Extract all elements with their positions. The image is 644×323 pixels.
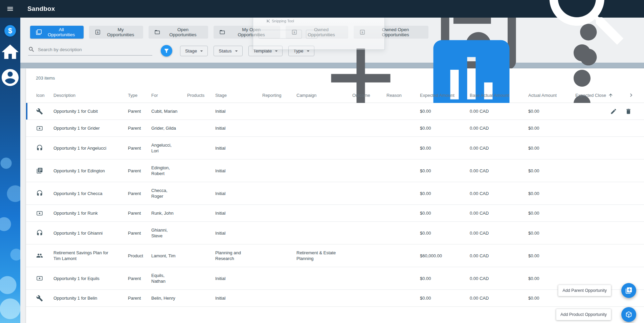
column-header-base-actual-amount[interactable]: Base Actual Amount xyxy=(470,92,528,98)
cell-description: Opportunity 1 for Checca xyxy=(53,185,128,202)
cell-campaign xyxy=(296,188,352,199)
cell-outcome xyxy=(352,293,386,304)
table-row[interactable]: Opportunity 1 for CheccaParentChecca, Ro… xyxy=(26,182,644,205)
cell-actual-amount: $0.00 xyxy=(528,120,575,136)
edit-row-button[interactable] xyxy=(610,108,617,115)
cell-products xyxy=(187,143,215,153)
grid-body: Opportunity 1 for CubitParentCubit, Mari… xyxy=(26,103,644,307)
cell-base-actual-amount: 0.00 CAD xyxy=(470,225,528,241)
menu-button[interactable] xyxy=(0,5,20,13)
cell-campaign xyxy=(296,273,352,284)
cell-stage: Initial xyxy=(215,185,262,202)
hamburger-icon xyxy=(6,5,14,13)
tooltip-add-parent-opportunity: Add Parent Opportunity xyxy=(558,285,611,296)
table-row[interactable]: Opportunity 1 for CubitParentCubit, Mari… xyxy=(26,103,644,120)
cell-reason xyxy=(386,106,420,117)
cell-base-actual-amount: 0.00 CAD xyxy=(470,120,528,136)
column-header-actual-amount[interactable]: Actual Amount xyxy=(528,92,575,98)
filter-dropdowns: StageStatusTemplateType xyxy=(180,46,314,56)
search-input[interactable] xyxy=(38,47,152,52)
column-header-for[interactable]: For xyxy=(151,92,187,98)
table-row[interactable]: Opportunity 1 for EquilsParentEquils, Na… xyxy=(26,267,644,290)
headset-icon xyxy=(36,145,43,151)
cell-description: Opportunity 1 for Grider xyxy=(53,120,128,136)
table-row[interactable]: Opportunity 1 for GriderParentGrider, Gi… xyxy=(26,120,644,137)
dropdown-label: Type xyxy=(293,48,303,53)
cell-stage: Initial xyxy=(215,290,262,306)
column-header-description[interactable]: Description xyxy=(53,92,128,98)
cell-base-actual-amount: 0.00 CAD xyxy=(470,270,528,287)
cell-campaign xyxy=(296,106,352,117)
cell-base-actual-amount: 0.00 CAD xyxy=(470,163,528,179)
cell-for: Checca, Roger xyxy=(151,182,187,204)
table-row[interactable]: Opportunity 1 for RunkParentRunk, JohnIn… xyxy=(26,205,644,222)
cell-expected-amount: $0.00 xyxy=(420,163,470,179)
column-header-campaign[interactable]: Campaign xyxy=(296,92,352,98)
cell-reason xyxy=(386,188,420,199)
add-parent-opportunity-button[interactable] xyxy=(621,283,636,298)
table-row[interactable]: Opportunity 1 for GhianniParentGhianni, … xyxy=(26,222,644,244)
cell-reporting xyxy=(262,208,296,219)
cell-expected-close xyxy=(575,165,623,176)
cell-reporting xyxy=(262,293,296,304)
wrench-icon xyxy=(36,108,43,115)
view-tab-my-opportunities[interactable]: $My Opportunities xyxy=(89,26,143,39)
cell-reason xyxy=(386,250,420,261)
column-header-reporting[interactable]: Reporting xyxy=(262,92,296,98)
cell-description: Retirement Savings Plan for Tim Lamont xyxy=(53,244,128,267)
global-search-button[interactable] xyxy=(537,0,638,60)
template-filter-dropdown[interactable]: Template xyxy=(248,46,283,56)
delete-row-button[interactable] xyxy=(625,108,632,115)
sidebar-item-profile[interactable] xyxy=(0,67,20,88)
cell-type: Parent xyxy=(128,290,151,306)
cell-base-actual-amount: 0.00 CAD xyxy=(470,290,528,306)
table-row[interactable]: Opportunity 1 for AngelucciParentAngeluc… xyxy=(26,137,644,159)
cell-for: Lamont, Tim xyxy=(151,247,187,264)
add-parent-icon xyxy=(625,287,632,294)
chevron-right-icon xyxy=(628,92,635,99)
column-header-products[interactable]: Products xyxy=(187,92,215,98)
sidebar-item-opportunities[interactable]: $ xyxy=(4,25,16,37)
table-row[interactable]: Retirement Savings Plan for Tim LamontPr… xyxy=(26,244,644,267)
filter-button[interactable] xyxy=(161,45,172,57)
row-actions xyxy=(610,108,632,115)
column-header-stage[interactable]: Stage xyxy=(215,92,262,98)
topbar: Sandbox xyxy=(0,0,644,18)
cell-base-actual-amount: 0.00 CAD xyxy=(470,185,528,202)
opportunities-grid: 203 items IconDescriptionTypeForProducts… xyxy=(26,68,644,323)
dollar-box-icon: $ xyxy=(291,29,297,35)
cell-type: Product xyxy=(128,247,151,264)
column-header-type[interactable]: Type xyxy=(128,92,151,98)
cell-products xyxy=(187,293,215,304)
column-header-icon[interactable]: Icon xyxy=(36,92,53,98)
cell-expected-close xyxy=(575,123,623,134)
cell-campaign xyxy=(296,123,352,134)
cell-reporting xyxy=(262,250,296,261)
status-filter-dropdown[interactable]: Status xyxy=(214,46,242,56)
scroll-columns-right-button[interactable] xyxy=(623,92,644,99)
column-header-expected-amount[interactable]: Expected Amount xyxy=(420,92,470,98)
view-tab-my-open-opportunities[interactable]: My Open Opportunities xyxy=(214,26,280,39)
stage-filter-dropdown[interactable]: Stage xyxy=(180,46,208,56)
cell-expected-amount: $0.00 xyxy=(420,140,470,156)
svg-text:$: $ xyxy=(8,27,12,35)
cell-reason xyxy=(386,273,420,284)
table-row[interactable]: Opportunity 1 for EdingtonParentEdington… xyxy=(26,159,644,182)
cell-for: Ghianni, Steve xyxy=(151,222,187,244)
table-row[interactable]: Opportunity 1 for BelinParentBelin, Henr… xyxy=(26,290,644,307)
column-header-outcome[interactable]: Outcome xyxy=(352,92,386,98)
sidebar-item-home[interactable] xyxy=(0,42,20,62)
column-header-expected-close[interactable]: Expected Close xyxy=(575,92,623,98)
column-header-reason[interactable]: Reason xyxy=(386,92,420,98)
grid-toolbar: 203 items xyxy=(26,68,644,88)
cell-expected-amount: $0.00 xyxy=(420,225,470,241)
cell-products xyxy=(187,106,215,117)
cell-stage: Initial xyxy=(215,225,262,241)
cell-reporting xyxy=(262,123,296,134)
page-title: Sandbox xyxy=(27,5,55,13)
add-product-opportunity-button[interactable] xyxy=(621,307,636,322)
view-tab-all-opportunities[interactable]: All Opportunities xyxy=(30,26,84,39)
payment-icon xyxy=(36,125,43,132)
view-tab-open-opportunities[interactable]: Open Opportunities xyxy=(149,26,208,39)
cell-stage: Initial xyxy=(215,205,262,221)
